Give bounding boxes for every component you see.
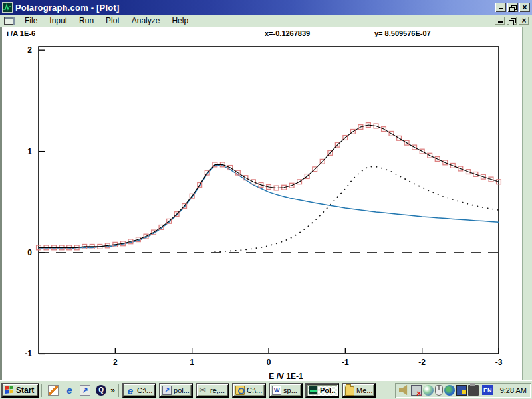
quick-launch-compose-doc-icon[interactable] [47, 384, 60, 397]
task-button-mail-message[interactable]: re,... [196, 383, 229, 398]
task-button-label: Me... [356, 386, 372, 394]
volume-icon[interactable] [399, 385, 410, 396]
child-close-button[interactable]: × [519, 17, 529, 25]
tray-icons [399, 384, 479, 396]
polarograph-icon [309, 386, 318, 395]
internet-explorer-icon [64, 385, 74, 396]
window-titlebar: Polarograph.com - [Plot] × [0, 0, 532, 15]
internet-explorer-icon [126, 386, 135, 395]
y-axis-title: i /A 1E-6 [7, 29, 35, 37]
word-document-icon [272, 386, 281, 395]
svg-text:1: 1 [27, 147, 32, 156]
close-icon: × [521, 17, 526, 24]
x-axis-title: E /V 1E-1 [269, 372, 303, 380]
quick-launch-outlook-express-icon[interactable] [78, 384, 92, 397]
minimize-icon [499, 4, 503, 9]
close-button[interactable]: × [519, 3, 530, 12]
task-button-label: C:\... [247, 386, 262, 394]
menu-bar: File Input Run Plot Analyze Help × [0, 15, 532, 27]
folder-search-icon [235, 386, 245, 395]
task-button-label: Pol... [320, 386, 336, 394]
child-minimize-button[interactable] [495, 17, 505, 25]
task-button-polarograph[interactable]: Pol... [305, 383, 339, 398]
svg-text:0: 0 [267, 358, 271, 367]
menu-input[interactable]: Input [43, 15, 73, 26]
task-button-label: sp... [283, 386, 297, 394]
outlook-express-icon [80, 385, 90, 396]
taskbar-separator [118, 384, 120, 397]
quick-launch-overflow-chevron[interactable]: » [109, 386, 116, 395]
close-icon: × [522, 4, 527, 11]
system-tray: EN 9:28 AM [395, 383, 531, 398]
menu-run[interactable]: Run [73, 15, 100, 26]
svg-text:0: 0 [27, 248, 32, 257]
cd-audio-icon[interactable] [423, 385, 434, 396]
internet-globe-icon[interactable] [444, 385, 455, 396]
window-right-margin [522, 27, 532, 380]
folder-icon [345, 386, 354, 396]
mouse-icon[interactable] [435, 385, 443, 396]
task-button-word-document[interactable]: sp... [269, 383, 303, 398]
task-button-folder[interactable]: Me... [342, 383, 376, 398]
menu-analyze[interactable]: Analyze [126, 15, 166, 26]
series-component-1 [39, 165, 499, 249]
task-button-ftp-window[interactable]: pol... [159, 383, 193, 398]
mail-message-icon [199, 386, 208, 395]
minimize-icon [498, 17, 503, 23]
window-title: Polarograph.com - [Plot] [15, 3, 494, 13]
restore-icon [509, 5, 516, 11]
svg-text:-1: -1 [25, 349, 32, 358]
task-button-label: C:\... [137, 386, 152, 394]
compose-doc-icon [48, 385, 59, 396]
task-button-strip: C:\...pol...re,...C:\...sp...Pol...Me... [122, 383, 376, 398]
polarogram-plot[interactable]: 210-1-2-3210-1E /V 1E-1 [0, 40, 521, 380]
windows-logo-icon [5, 386, 14, 394]
start-button[interactable]: Start [1, 383, 39, 398]
taskbar-separator [41, 384, 43, 397]
start-label: Start [16, 386, 34, 395]
restore-icon [509, 18, 515, 24]
quick-launch-internet-explorer-icon[interactable] [63, 384, 76, 397]
svg-text:2: 2 [113, 358, 118, 367]
media-q-icon [96, 385, 106, 396]
display-settings-icon[interactable] [456, 385, 467, 396]
polarograph-app-icon [2, 2, 13, 13]
task-button-label: re,... [210, 386, 225, 394]
ftp-window-icon [162, 386, 172, 395]
svg-text:-2: -2 [418, 358, 426, 367]
series-measured-data [37, 123, 501, 250]
cursor-x-readout: x=-0.1267839 [265, 29, 310, 37]
language-indicator[interactable]: EN [482, 385, 493, 395]
plot-client-area: i /A 1E-6 x=-0.1267839 y= 8.509576E-07 2… [0, 27, 532, 380]
quick-launch-bar [45, 384, 109, 397]
task-button-folder-search[interactable]: C:\... [232, 383, 266, 398]
svg-text:-1: -1 [342, 358, 349, 367]
child-restore-button[interactable] [507, 17, 517, 25]
taskbar: Start » C:\...pol...re,...C:\...sp...Pol… [0, 380, 532, 399]
quick-launch-media-q-icon[interactable] [94, 384, 108, 397]
menu-help[interactable]: Help [166, 15, 194, 26]
plot-frame [39, 47, 499, 354]
restore-button[interactable] [507, 3, 518, 12]
network-disconnected-icon[interactable] [411, 385, 422, 396]
svg-text:1: 1 [190, 358, 194, 367]
clock[interactable]: 9:28 AM [500, 386, 527, 394]
menu-plot[interactable]: Plot [100, 15, 126, 26]
svg-text:-3: -3 [495, 358, 503, 367]
menu-file[interactable]: File [19, 15, 43, 26]
printer-icon[interactable] [468, 385, 479, 396]
task-button-internet-explorer[interactable]: C:\... [122, 383, 156, 398]
minimize-button[interactable] [495, 3, 506, 12]
desktop-screen: Polarograph.com - [Plot] × File Input Ru… [0, 0, 532, 399]
child-window-icon[interactable] [4, 17, 13, 25]
svg-text:2: 2 [27, 45, 32, 55]
window-left-border [0, 27, 2, 380]
task-button-label: pol... [174, 386, 190, 394]
cursor-y-readout: y= 8.509576E-07 [374, 29, 431, 37]
